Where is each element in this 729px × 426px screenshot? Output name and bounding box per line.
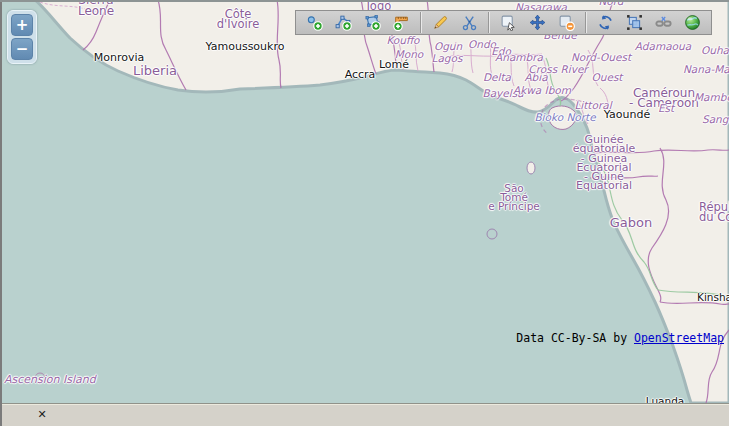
toolbar-separator xyxy=(488,12,490,33)
toolbar xyxy=(295,10,712,35)
remove-feature-icon xyxy=(558,14,575,31)
bottom-bar: ✕ xyxy=(0,403,729,426)
zoom-panel: + − xyxy=(7,10,37,64)
toolbar-group-4 xyxy=(591,12,707,33)
add-ruler-button[interactable] xyxy=(387,12,416,33)
move-feature-button[interactable] xyxy=(523,12,552,33)
unlink-icon xyxy=(655,14,672,31)
scissors-button[interactable] xyxy=(455,12,484,33)
attribution-text: Data CC-By-SA by xyxy=(516,331,634,345)
add-line-icon xyxy=(335,14,352,31)
edit-pencil-button[interactable] xyxy=(426,12,455,33)
move-feature-icon xyxy=(529,14,546,31)
toolbar-group-3 xyxy=(494,12,581,33)
zoom-out-button[interactable]: − xyxy=(11,38,33,60)
zoom-in-button[interactable]: + xyxy=(11,14,33,36)
add-ruler-icon xyxy=(393,14,410,31)
add-point-icon xyxy=(306,14,323,31)
select-feature-icon xyxy=(500,14,517,31)
unlink-button[interactable] xyxy=(649,12,678,33)
bioko-island xyxy=(549,106,576,130)
globe-button[interactable] xyxy=(678,12,707,33)
add-polygon-icon xyxy=(364,14,381,31)
toolbar-group-1 xyxy=(300,12,416,33)
add-line-button[interactable] xyxy=(329,12,358,33)
scissors-icon xyxy=(461,14,478,31)
select-multiple-icon xyxy=(626,14,643,31)
openstreetmap-link[interactable]: OpenStreetMap xyxy=(634,331,724,345)
toolbar-separator xyxy=(420,12,422,33)
rotate-feature-button[interactable] xyxy=(591,12,620,33)
add-polygon-button[interactable] xyxy=(358,12,387,33)
select-feature-button[interactable] xyxy=(494,12,523,33)
select-multiple-button[interactable] xyxy=(620,12,649,33)
remove-feature-button[interactable] xyxy=(552,12,581,33)
edit-pencil-icon xyxy=(432,14,449,31)
window-border-left xyxy=(0,0,2,426)
toolbar-group-2 xyxy=(426,12,484,33)
globe-icon xyxy=(684,14,701,31)
rotate-feature-icon xyxy=(597,14,614,31)
window-border-top xyxy=(0,0,729,2)
app-window: Sierra LeoneCôte d'IvoireLiberiaTogoCamé… xyxy=(0,0,729,426)
add-point-button[interactable] xyxy=(300,12,329,33)
close-icon[interactable]: ✕ xyxy=(34,407,50,423)
toolbar-separator xyxy=(585,12,587,33)
map-viewport[interactable]: Sierra LeoneCôte d'IvoireLiberiaTogoCamé… xyxy=(0,0,729,403)
map-attribution: Data CC-By-SA by OpenStreetMap xyxy=(516,331,724,345)
